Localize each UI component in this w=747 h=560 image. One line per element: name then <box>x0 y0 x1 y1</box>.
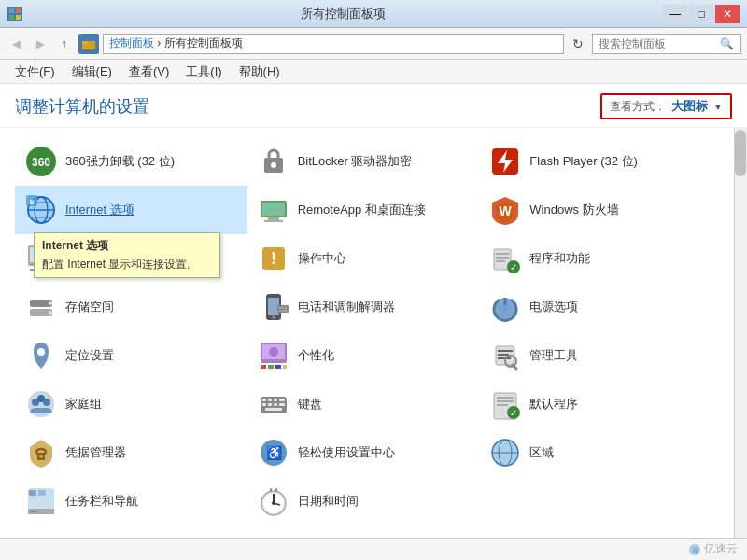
tooltip: Internet 选项 配置 Internet 显示和连接设置。 <box>34 232 220 278</box>
list-item[interactable]: ✓ 默认程序 <box>479 380 712 428</box>
close-button[interactable]: ✕ <box>715 5 740 23</box>
item-icon-remoteapp <box>257 193 290 227</box>
item-icon-firewall: W <box>488 193 522 227</box>
list-item[interactable]: 键盘 <box>247 380 480 428</box>
svg-rect-73 <box>268 399 272 401</box>
search-input[interactable] <box>599 37 720 50</box>
list-item[interactable]: 区域 <box>479 428 712 477</box>
forward-button[interactable]: ▶ <box>30 34 50 54</box>
svg-rect-58 <box>261 365 266 369</box>
items-grid: 360 360强力卸载 (32 位) BitLocker 驱动器加密 <box>15 137 728 525</box>
window-controls: — □ ✕ <box>663 5 740 23</box>
view-mode-selector: 查看方式： 大图标 ▼ <box>600 93 732 119</box>
watermark-text: 亿速云 <box>704 541 738 557</box>
item-icon-power <box>488 290 522 324</box>
list-item[interactable]: BitLocker 驱动器加密 <box>247 137 480 186</box>
internet-link[interactable]: Internet 选项 <box>65 203 134 217</box>
list-item[interactable]: 存储空间 <box>15 283 247 331</box>
scrollbar-track <box>734 128 747 538</box>
breadcrumb-home[interactable]: 控制面板 <box>109 36 154 49</box>
svg-rect-33 <box>496 253 509 255</box>
svg-text:✓: ✓ <box>510 262 517 273</box>
list-item[interactable]: 个性化 <box>247 331 480 380</box>
svg-point-89 <box>39 455 43 458</box>
title-bar: 所有控制面板项 — □ ✕ <box>0 0 747 28</box>
menu-edit[interactable]: 编辑(E) <box>64 62 120 82</box>
list-item[interactable]: 电话和调制解调器 <box>247 283 480 331</box>
item-icon-personalize <box>257 339 290 372</box>
svg-rect-35 <box>496 260 505 262</box>
svg-text:云: 云 <box>692 547 698 553</box>
svg-rect-46 <box>279 307 281 309</box>
svg-rect-82 <box>497 397 514 399</box>
up-button[interactable]: ↑ <box>54 34 75 54</box>
menu-file[interactable]: 文件(F) <box>7 62 63 82</box>
svg-point-54 <box>37 348 45 356</box>
svg-point-10 <box>271 162 276 168</box>
svg-rect-99 <box>30 511 37 512</box>
watermark-icon: 云 <box>688 543 701 556</box>
list-item[interactable]: 360 360强力卸载 (32 位) <box>15 137 247 186</box>
svg-rect-49 <box>279 310 281 312</box>
svg-point-106 <box>272 501 275 505</box>
list-item[interactable]: ! 操作中心 <box>247 234 480 283</box>
item-label-credential: 凭据管理器 <box>65 445 126 461</box>
item-label-action: 操作中心 <box>298 251 346 267</box>
svg-rect-108 <box>275 488 277 492</box>
list-item[interactable]: 日期和时间 <box>247 477 480 525</box>
svg-rect-72 <box>262 399 266 401</box>
svg-point-70 <box>37 395 45 402</box>
refresh-button[interactable]: ↻ <box>568 34 588 54</box>
maximize-button[interactable]: □ <box>689 5 713 23</box>
svg-rect-47 <box>282 307 284 309</box>
item-icon-360: 360 <box>24 145 58 178</box>
menu-help[interactable]: 帮助(H) <box>232 62 288 82</box>
breadcrumb: 控制面板 › 所有控制面板项 <box>109 35 243 51</box>
list-item[interactable]: 电源选项 <box>479 283 712 331</box>
list-item[interactable]: 任务栏和导航 <box>15 477 247 525</box>
svg-text:360: 360 <box>32 156 50 169</box>
breadcrumb-sep: › <box>157 36 163 49</box>
svg-text:W: W <box>500 203 513 218</box>
svg-rect-59 <box>268 365 274 369</box>
item-label-programs: 程序和功能 <box>529 251 590 267</box>
list-item[interactable]: 凭据管理器 <box>15 428 247 477</box>
menu-view[interactable]: 查看(V) <box>121 62 176 82</box>
list-item[interactable]: 管理工具 <box>479 331 712 380</box>
list-item[interactable]: e Internet 选项 Internet 选项 配置 Internet 显示… <box>15 186 247 234</box>
svg-rect-101 <box>38 490 46 496</box>
back-button[interactable]: ◀ <box>6 34 26 54</box>
item-label-personalize: 个性化 <box>298 348 334 364</box>
svg-rect-74 <box>274 399 277 401</box>
item-label-phone: 电话和调制解调器 <box>298 300 395 315</box>
list-item[interactable]: 家庭组 <box>15 380 247 428</box>
item-label-tools: 管理工具 <box>529 348 578 364</box>
item-label-keyboard: 键盘 <box>298 397 322 413</box>
item-icon-programs: ✓ <box>488 242 522 275</box>
list-item[interactable]: W Windows 防火墙 <box>479 186 712 234</box>
list-item[interactable]: RemoteApp 和桌面连接 <box>247 186 480 234</box>
item-icon-action: ! <box>257 242 290 275</box>
list-item[interactable]: ✓ 程序和功能 <box>479 234 712 283</box>
item-icon-credential <box>24 436 58 469</box>
list-item[interactable]: Flash Player (32 位) <box>479 137 712 186</box>
address-input[interactable]: 控制面板 › 所有控制面板项 <box>103 34 564 54</box>
view-mode-arrow[interactable]: ▼ <box>713 102 723 112</box>
breadcrumb-current: 所有控制面板项 <box>164 36 243 49</box>
item-icon-storage <box>24 290 58 324</box>
menu-tools[interactable]: 工具(I) <box>178 62 229 82</box>
folder-icon <box>78 34 99 54</box>
scroll-container: 360 360强力卸载 (32 位) BitLocker 驱动器加密 <box>0 128 747 538</box>
svg-rect-61 <box>283 365 287 369</box>
minimize-button[interactable]: — <box>663 5 687 23</box>
list-item[interactable]: ♿ 轻松使用设置中心 <box>247 428 480 477</box>
svg-rect-76 <box>262 403 266 406</box>
view-mode-value[interactable]: 大图标 <box>671 98 708 115</box>
menu-bar: 文件(F) 编辑(E) 查看(V) 工具(I) 帮助(H) <box>0 60 747 84</box>
item-label-power: 电源选项 <box>529 300 578 315</box>
item-label-remoteapp: RemoteApp 和桌面连接 <box>298 203 426 218</box>
svg-rect-23 <box>268 217 279 220</box>
scrollbar-thumb[interactable] <box>735 130 746 176</box>
list-item[interactable]: 定位设置 <box>15 331 247 380</box>
item-icon-internet: e <box>24 193 58 227</box>
